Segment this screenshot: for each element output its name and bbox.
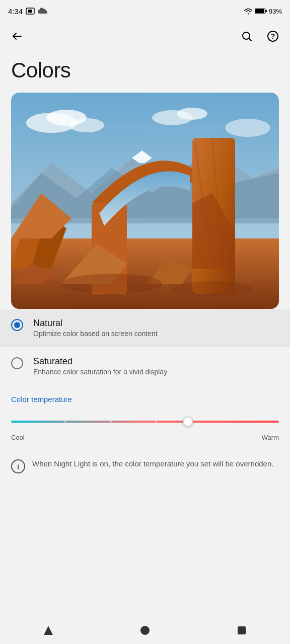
warm-label: Warm [262,434,279,441]
svg-point-14 [225,119,270,137]
nav-home-icon [139,625,151,636]
color-temp-slider-container[interactable] [11,413,279,431]
saturated-option[interactable]: Saturated Enhance color saturation for a… [0,347,290,385]
svg-point-13 [177,108,207,120]
page-title: Colors [11,58,279,83]
natural-option[interactable]: Natural Optimize color based on screen c… [0,309,290,347]
status-bar-right: 93% [244,8,282,15]
preview-image [11,93,279,309]
info-icon: i [11,459,25,473]
back-button[interactable] [6,25,28,47]
svg-rect-35 [238,626,246,634]
svg-marker-33 [44,626,53,635]
svg-text:?: ? [271,32,275,40]
preview-image-container [11,93,279,309]
cloud-icon [38,8,48,15]
search-icon [241,30,253,42]
help-icon: ? [267,30,279,42]
cool-label: Cool [11,434,25,441]
nav-home-button[interactable] [134,619,156,641]
wifi-icon [244,8,253,15]
nav-recents-icon [237,625,247,635]
svg-rect-3 [265,10,267,12]
status-bar: 4:34 93% [0,0,290,22]
page-title-section: Colors [0,50,290,93]
natural-radio[interactable] [11,319,23,331]
saturated-option-subtitle: Enhance color saturation for a vivid dis… [33,368,167,376]
info-section: i When Night Light is on, the color temp… [0,446,290,479]
bottom-nav [0,616,290,644]
app-bar-icons: ? [236,25,284,47]
color-temp-slider-track [11,421,279,423]
color-temperature-section: Color temperature Cool Warm [0,385,290,446]
svg-point-30 [172,281,253,296]
svg-point-29 [61,274,162,294]
color-temp-label: Color temperature [11,395,279,404]
sim-icon [26,8,35,15]
app-bar: ? [0,22,290,50]
search-button[interactable] [236,25,258,47]
saturated-option-title: Saturated [33,356,167,367]
status-time: 4:34 [8,7,23,16]
info-text: When Night Light is on, the color temper… [32,458,273,470]
slider-labels: Cool Warm [11,434,279,441]
natural-option-subtitle: Optimize color based on screen content [33,330,158,338]
color-temp-thumb[interactable] [183,417,193,427]
natural-option-title: Natural [33,318,158,329]
help-button[interactable]: ? [262,25,284,47]
svg-point-11 [69,118,104,132]
svg-rect-4 [255,9,264,13]
svg-rect-1 [28,10,32,13]
status-bar-left: 4:34 [8,7,48,16]
battery-icon [255,8,267,14]
battery-percent: 93% [269,8,282,15]
nav-back-button[interactable] [37,619,59,641]
saturated-option-text: Saturated Enhance color saturation for a… [33,356,167,376]
natural-option-text: Natural Optimize color based on screen c… [33,318,158,338]
nav-back-icon [43,625,54,636]
nav-recents-button[interactable] [231,619,253,641]
svg-point-34 [140,626,150,635]
saturated-radio[interactable] [11,357,23,369]
